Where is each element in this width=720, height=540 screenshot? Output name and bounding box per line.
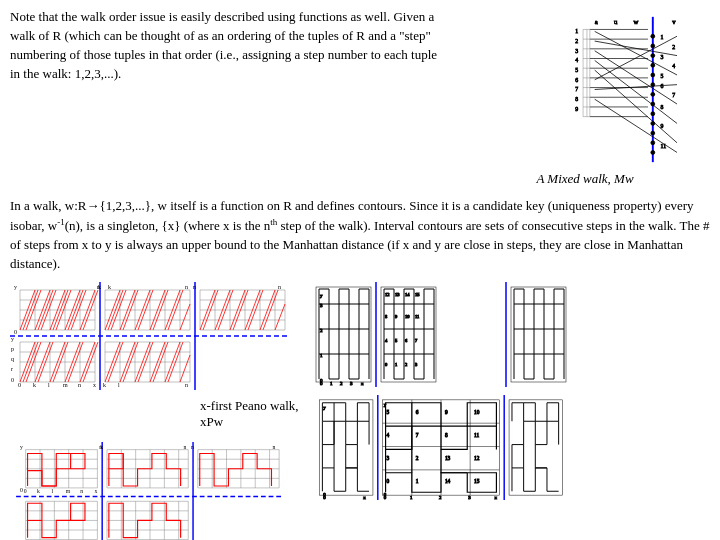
svg-rect-288 [316,287,371,382]
svg-text:8: 8 [445,432,448,438]
svg-text:0: 0 [11,377,14,383]
svg-text:l: l [48,382,50,388]
svg-text:k: k [100,443,103,449]
top-paragraph-text: Note that the walk order issue is easily… [10,9,437,81]
svg-text:l: l [51,487,53,493]
svg-text:x: x [93,382,96,388]
page-container: Note that the walk order issue is easily… [0,0,720,540]
svg-text:1: 1 [575,28,578,34]
svg-text:9: 9 [575,106,578,112]
svg-text:0: 0 [14,329,17,335]
svg-text:y: y [323,404,326,409]
svg-text:0: 0 [384,495,387,500]
svg-line-20 [595,36,677,80]
svg-text:x: x [95,487,98,493]
svg-text:2: 2 [672,44,675,50]
svg-text:0: 0 [323,495,326,500]
svg-text:13: 13 [395,292,400,297]
svg-rect-316 [511,287,566,382]
yhw-large-svg: y 0 0 x [306,395,576,500]
svg-text:k: k [37,487,40,493]
svg-rect-299 [381,287,436,382]
svg-text:u: u [614,18,618,25]
svg-text:9: 9 [661,123,664,129]
svg-text:7: 7 [672,92,675,98]
svg-text:r: r [11,366,13,372]
svg-point-54 [651,151,655,155]
svg-text:k: k [103,382,106,388]
svg-text:x: x [363,495,366,500]
svg-text:1: 1 [395,362,397,367]
svg-text:8: 8 [661,104,664,110]
svg-text:8: 8 [575,96,578,102]
svg-text:y: y [320,293,323,298]
svg-text:a: a [595,18,598,25]
bottom-left-figures: y n 0 [10,282,300,540]
svg-text:n: n [78,382,81,388]
svg-point-47 [651,83,655,87]
svg-text:k: k [108,284,111,290]
svg-text:n: n [272,443,275,449]
svg-text:14: 14 [445,478,451,484]
middle-superscript-1: -1 [57,217,65,227]
svg-text:3: 3 [468,495,471,500]
svg-text:x: x [494,495,497,500]
svg-text:n: n [278,284,281,290]
svg-text:15: 15 [415,292,420,297]
svg-text:12: 12 [474,455,480,461]
svg-text:m: m [63,382,68,388]
svg-text:4: 4 [387,432,390,438]
svg-text:k: k [98,284,101,290]
svg-text:y: y [14,284,17,290]
svg-line-21 [595,85,677,90]
svg-text:10: 10 [474,409,480,415]
svg-text:0: 0 [24,487,27,493]
svg-point-51 [651,121,655,125]
svg-point-45 [651,63,655,67]
svg-point-42 [651,34,655,38]
svg-line-18 [595,60,677,123]
svg-point-49 [651,102,655,106]
svg-text:3: 3 [415,362,418,367]
svg-text:0: 0 [385,362,388,367]
svg-text:m: m [66,487,71,493]
svg-text:l: l [118,382,120,388]
svg-text:7: 7 [416,432,419,438]
svg-text:9: 9 [445,409,448,415]
mixed-walk-figure: a u w v [460,8,710,187]
svg-text:k: k [33,382,36,388]
mixed-walk-caption-text: A Mixed walk, Mw [536,171,633,186]
svg-text:13: 13 [445,455,451,461]
svg-text:10: 10 [405,314,410,319]
xpw-large-svg: y 3 2 1 0 0 1 2 3 x [306,282,576,387]
svg-line-122 [180,304,190,330]
svg-text:n: n [185,284,188,290]
svg-text:2: 2 [439,495,442,500]
svg-line-206 [180,355,190,382]
svg-text:w: w [633,18,638,25]
peano-caption-text: x-first Peano walk, xPw [200,398,299,429]
middle-paragraph: In a walk, w:R→{1,2,3,...}, w itself is … [10,197,710,274]
top-paragraph: Note that the walk order issue is easily… [10,8,450,187]
svg-text:7: 7 [575,86,578,92]
svg-text:2: 2 [405,362,407,367]
svg-text:5: 5 [575,67,578,73]
svg-text:1: 1 [416,478,419,484]
svg-text:5: 5 [395,338,398,343]
svg-text:3: 3 [575,48,578,54]
svg-text:6: 6 [416,409,419,415]
svg-point-48 [651,92,655,96]
svg-text:9: 9 [395,314,398,319]
svg-text:4: 4 [672,63,675,69]
svg-text:11: 11 [415,314,419,319]
svg-text:n: n [183,443,186,449]
svg-text:6: 6 [661,83,664,89]
svg-text:0: 0 [20,486,23,492]
svg-text:6: 6 [575,77,578,83]
top-section: Note that the walk order issue is easily… [10,8,710,187]
svg-point-50 [651,112,655,116]
svg-line-148 [275,304,285,330]
peano-figure: y n 0 [10,282,300,394]
svg-text:8: 8 [385,314,388,319]
svg-line-19 [595,70,677,143]
